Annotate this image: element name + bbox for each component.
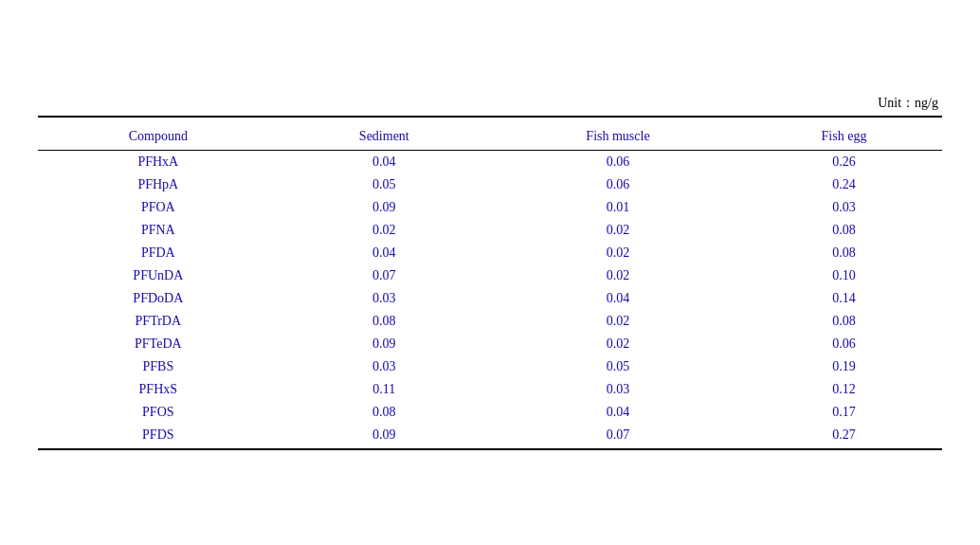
- cell-fish-muscle: 0.02: [490, 333, 746, 355]
- col-header-fish-egg-label: Fish egg: [746, 123, 942, 151]
- cell-fish-egg: 0.03: [746, 196, 942, 219]
- table-row: PFDS0.090.070.27: [38, 424, 942, 449]
- cell-fish-muscle: 0.03: [490, 378, 746, 401]
- col-header-sediment-label: Sediment: [279, 123, 490, 151]
- cell-sediment: 0.11: [279, 378, 490, 401]
- col-header-fish-muscle: [490, 117, 746, 123]
- cell-fish-muscle: 0.05: [490, 355, 746, 378]
- unit-label: Unit：ng/g: [38, 95, 942, 112]
- cell-fish-egg: 0.14: [746, 287, 942, 310]
- cell-sediment: 0.09: [279, 196, 490, 219]
- col-header-fish-egg: [746, 117, 942, 123]
- cell-fish-egg: 0.08: [746, 242, 942, 264]
- col-header-fish-muscle-label: Fish muscle: [490, 123, 746, 151]
- cell-compound: PFNA: [38, 219, 279, 242]
- cell-fish-muscle: 0.02: [490, 264, 746, 287]
- cell-compound: PFTrDA: [38, 310, 279, 333]
- table-row: PFTeDA0.090.020.06: [38, 333, 942, 355]
- col-header-sediment: [279, 117, 490, 123]
- table-row: PFDA0.040.020.08: [38, 242, 942, 264]
- cell-compound: PFOA: [38, 196, 279, 219]
- table-row: PFOA0.090.010.03: [38, 196, 942, 219]
- cell-compound: PFHpA: [38, 173, 279, 196]
- cell-compound: PFDoDA: [38, 287, 279, 310]
- cell-fish-egg: 0.10: [746, 264, 942, 287]
- cell-sediment: 0.09: [279, 424, 490, 449]
- cell-compound: PFDA: [38, 242, 279, 264]
- cell-fish-muscle: 0.04: [490, 401, 746, 424]
- cell-fish-egg: 0.19: [746, 355, 942, 378]
- cell-sediment: 0.08: [279, 401, 490, 424]
- cell-fish-egg: 0.26: [746, 151, 942, 174]
- table-row: PFDoDA0.030.040.14: [38, 287, 942, 310]
- cell-fish-egg: 0.08: [746, 310, 942, 333]
- cell-sediment: 0.05: [279, 173, 490, 196]
- table-row: PFUnDA0.070.020.10: [38, 264, 942, 287]
- cell-fish-egg: 0.12: [746, 378, 942, 401]
- table-row: PFNA0.020.020.08: [38, 219, 942, 242]
- cell-fish-muscle: 0.02: [490, 310, 746, 333]
- cell-compound: PFUnDA: [38, 264, 279, 287]
- col-header-compound: [38, 117, 279, 123]
- col-header-compound-label: Compound: [38, 123, 279, 151]
- table-row: PFOS0.080.040.17: [38, 401, 942, 424]
- cell-sediment: 0.03: [279, 287, 490, 310]
- cell-fish-egg: 0.24: [746, 173, 942, 196]
- cell-sediment: 0.03: [279, 355, 490, 378]
- cell-sediment: 0.07: [279, 264, 490, 287]
- cell-fish-muscle: 0.06: [490, 151, 746, 174]
- cell-sediment: 0.04: [279, 151, 490, 174]
- cell-fish-muscle: 0.06: [490, 173, 746, 196]
- table-container: Unit：ng/g Compound Sediment Fish muscle …: [38, 95, 942, 450]
- cell-fish-muscle: 0.04: [490, 287, 746, 310]
- cell-sediment: 0.09: [279, 333, 490, 355]
- cell-compound: PFHxA: [38, 151, 279, 174]
- cell-compound: PFHxS: [38, 378, 279, 401]
- cell-compound: PFTeDA: [38, 333, 279, 355]
- table-row: PFHpA0.050.060.24: [38, 173, 942, 196]
- cell-compound: PFDS: [38, 424, 279, 449]
- cell-fish-muscle: 0.02: [490, 242, 746, 264]
- cell-fish-muscle: 0.02: [490, 219, 746, 242]
- cell-fish-muscle: 0.01: [490, 196, 746, 219]
- data-table: Compound Sediment Fish muscle Fish egg P…: [38, 116, 942, 450]
- cell-compound: PFBS: [38, 355, 279, 378]
- cell-fish-egg: 0.08: [746, 219, 942, 242]
- cell-fish-egg: 0.06: [746, 333, 942, 355]
- cell-sediment: 0.04: [279, 242, 490, 264]
- table-row: PFHxS0.110.030.12: [38, 378, 942, 401]
- table-row: PFBS0.030.050.19: [38, 355, 942, 378]
- cell-fish-muscle: 0.07: [490, 424, 746, 449]
- cell-fish-egg: 0.27: [746, 424, 942, 449]
- cell-sediment: 0.08: [279, 310, 490, 333]
- table-row: PFTrDA0.080.020.08: [38, 310, 942, 333]
- cell-compound: PFOS: [38, 401, 279, 424]
- table-row: PFHxA0.040.060.26: [38, 151, 942, 174]
- cell-sediment: 0.02: [279, 219, 490, 242]
- cell-fish-egg: 0.17: [746, 401, 942, 424]
